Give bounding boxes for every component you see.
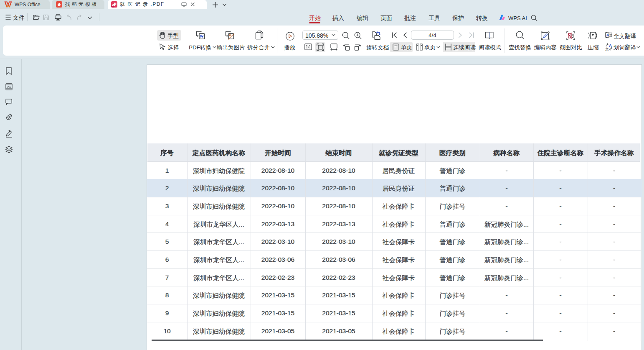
svg-text:文: 文	[609, 33, 612, 37]
svg-text:A: A	[609, 43, 612, 48]
svg-text:A: A	[606, 33, 609, 37]
svg-text:文: 文	[606, 47, 609, 51]
